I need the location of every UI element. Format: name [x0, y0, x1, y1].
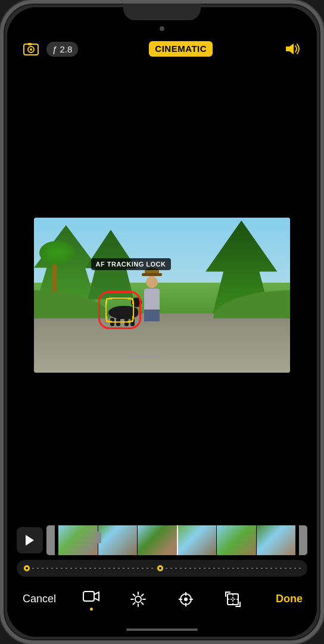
- svg-rect-3: [28, 43, 32, 45]
- af-red-circle: [98, 291, 141, 329]
- status-dot: [160, 26, 164, 31]
- video-frame: AF TRACKING LOCK: [34, 218, 290, 373]
- timeline-bracket-right[interactable]: [299, 525, 307, 555]
- top-left-controls: ƒ 2.8: [21, 39, 78, 58]
- video-area: AF TRACKING LOCK: [7, 64, 317, 525]
- video-camera-icon: [83, 589, 99, 603]
- af-yellow-square: [105, 298, 134, 323]
- frame-5: [216, 525, 256, 555]
- adjust-icon: [129, 590, 147, 608]
- timeline-bracket-left[interactable]: [46, 525, 55, 555]
- frame-3: [137, 525, 177, 555]
- frame-2: [98, 525, 138, 555]
- svg-line-15: [142, 594, 144, 596]
- frame-1: [58, 525, 98, 555]
- frame-6: [256, 525, 296, 555]
- focus-dot-start: [23, 564, 31, 572]
- bottom-toolbar: Cancel: [17, 587, 307, 617]
- transform-button[interactable]: [220, 590, 246, 608]
- top-controls: ƒ 2.8 CINEMATIC: [7, 33, 317, 64]
- svg-line-13: [133, 594, 135, 596]
- focus-button[interactable]: [173, 590, 199, 608]
- cinematic-label: CINEMATIC: [155, 44, 207, 54]
- timeline-playhead: [177, 525, 178, 555]
- cinematic-camera-button[interactable]: [78, 587, 104, 611]
- camera-dot-indicator: [90, 608, 93, 611]
- camera-mode-button[interactable]: [21, 39, 40, 58]
- cancel-button[interactable]: Cancel: [21, 593, 57, 605]
- done-button[interactable]: Done: [267, 593, 303, 605]
- play-icon: [24, 534, 35, 546]
- svg-point-18: [184, 597, 188, 601]
- play-button[interactable]: [17, 527, 43, 553]
- aperture-label: ƒ 2.8: [52, 44, 72, 54]
- target-icon: [178, 592, 194, 607]
- focus-dot-middle: [156, 564, 164, 572]
- camera-icon: [23, 41, 39, 57]
- aperture-badge[interactable]: ƒ 2.8: [46, 42, 78, 57]
- road: [34, 314, 290, 373]
- cancel-label: Cancel: [23, 593, 56, 605]
- phone-screen: ƒ 2.8 CINEMATIC: [7, 7, 317, 637]
- svg-rect-6: [83, 592, 94, 601]
- svg-marker-7: [94, 592, 99, 600]
- done-label: Done: [276, 593, 303, 605]
- focus-icon: [177, 590, 195, 608]
- bottom-section: Cancel: [7, 525, 317, 623]
- phone-frame: ƒ 2.8 CINEMATIC: [0, 0, 324, 644]
- svg-line-14: [142, 602, 144, 604]
- af-tracking-container[interactable]: AF TRACKING LOCK: [98, 291, 141, 329]
- svg-point-2: [30, 48, 32, 51]
- person: [144, 268, 160, 321]
- crop-transform-icon: [225, 592, 241, 607]
- cinematic-badge[interactable]: CINEMATIC: [149, 41, 213, 57]
- svg-line-16: [133, 602, 135, 604]
- adjust-button[interactable]: [125, 590, 151, 608]
- timeline-frames[interactable]: [58, 525, 295, 555]
- af-tracking-label: AF TRACKING LOCK: [91, 258, 171, 270]
- focus-track[interactable]: [17, 560, 307, 577]
- speaker-icon: [284, 41, 302, 57]
- speaker-button[interactable]: [284, 39, 303, 58]
- frame-4: [177, 525, 217, 555]
- cinematic-camera-icon: [82, 587, 100, 605]
- svg-point-8: [135, 596, 141, 602]
- timeline-strip: [17, 525, 307, 555]
- sun-icon: [130, 592, 146, 607]
- scene-background: AF TRACKING LOCK: [34, 218, 290, 373]
- road-line: [131, 355, 162, 357]
- svg-marker-5: [26, 535, 34, 546]
- transform-icon: [224, 590, 242, 608]
- home-bar: [126, 628, 198, 631]
- phone-notch: [123, 4, 201, 20]
- svg-marker-4: [286, 44, 294, 54]
- home-indicator: [7, 623, 317, 637]
